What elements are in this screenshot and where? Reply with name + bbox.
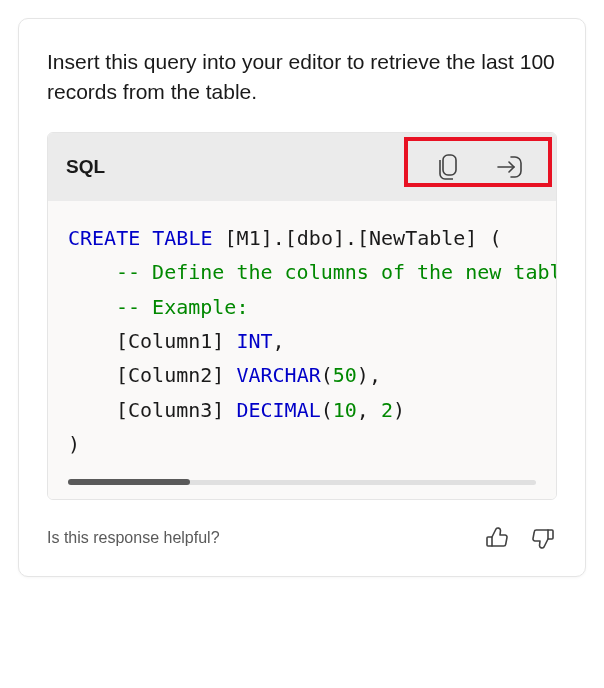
col-name: [Column2] [116,363,236,387]
feedback-row: Is this response helpful? [47,524,557,552]
copy-button[interactable] [432,149,464,185]
feedback-prompt: Is this response helpful? [47,529,220,547]
sql-datatype: VARCHAR [236,363,320,387]
insert-button[interactable] [492,150,528,184]
col-arg: 2 [381,398,393,422]
scrollbar-thumb[interactable] [68,479,190,485]
close-paren: ) [68,432,80,456]
code-content: CREATE TABLE [M1].[dbo].[NewTable] ( -- … [68,221,536,462]
thumbs-down-button[interactable] [529,524,557,552]
insert-icon [496,154,524,180]
code-header-actions [422,145,538,189]
sql-keyword: CREATE TABLE [68,226,213,250]
sql-comment: -- Example: [116,295,248,319]
horizontal-scrollbar[interactable] [68,480,536,485]
thumbs-down-icon [531,526,555,550]
sql-datatype: DECIMAL [236,398,320,422]
response-card: Insert this query into your editor to re… [18,18,586,577]
intro-text: Insert this query into your editor to re… [47,47,557,108]
thumbs-up-icon [485,526,509,550]
col-arg: 10 [333,398,357,422]
copy-icon [436,153,460,181]
thumbs-up-button[interactable] [483,524,511,552]
code-header: SQL [48,133,556,201]
sql-datatype: INT [236,329,272,353]
col-name: [Column1] [116,329,236,353]
col-name: [Column3] [116,398,236,422]
open-paren: ( [477,226,501,250]
code-language-label: SQL [66,156,105,178]
feedback-actions [483,524,557,552]
code-body: CREATE TABLE [M1].[dbo].[NewTable] ( -- … [48,201,556,499]
code-block: SQL CREAT [47,132,557,500]
svg-rect-0 [443,155,456,175]
sql-comment: -- Define the columns of the new tabl [116,260,556,284]
col-arg: 50 [333,363,357,387]
table-name: [M1].[dbo].[NewTable] [225,226,478,250]
